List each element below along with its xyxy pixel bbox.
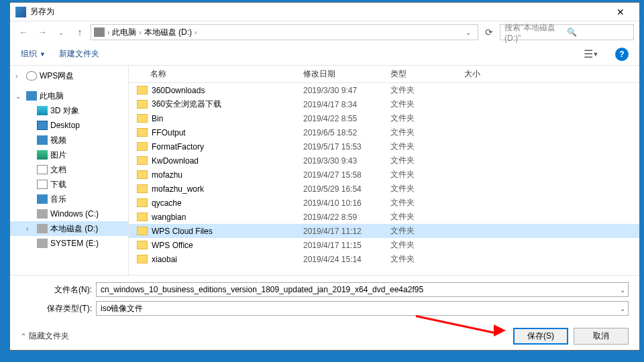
tree-item[interactable]: ⌄此电脑 <box>10 88 128 103</box>
tree-item[interactable]: 下载 <box>10 177 128 192</box>
tree-item[interactable]: 文档 <box>10 162 128 177</box>
help-button[interactable]: ? <box>615 48 629 61</box>
file-row[interactable]: mofazhu2019/4/27 15:58文件夹 <box>129 168 639 182</box>
forward-button[interactable]: → <box>34 24 50 40</box>
file-row[interactable]: qycache2019/4/10 10:16文件夹 <box>129 196 639 210</box>
search-placeholder: 搜索"本地磁盘 (D:)" <box>504 22 567 43</box>
file-type: 文件夹 <box>390 99 464 110</box>
file-name: FFOutput <box>152 128 303 137</box>
tree-item[interactable]: Windows (C:) <box>10 206 128 221</box>
back-button[interactable]: ← <box>15 24 32 40</box>
file-type: 文件夹 <box>390 211 464 223</box>
filetype-label: 保存类型(T): <box>21 303 96 314</box>
folder-icon <box>137 255 148 263</box>
file-name: mofazhu <box>152 170 303 180</box>
tree-item[interactable]: 3D 对象 <box>10 103 128 118</box>
file-type: 文件夹 <box>390 127 464 138</box>
file-date: 2019/6/5 18:52 <box>303 128 390 137</box>
tree-label: 下载 <box>50 179 66 190</box>
file-name: 360Downloads <box>152 86 303 95</box>
file-row[interactable]: WPS Cloud Files2019/4/17 11:12文件夹 <box>129 224 639 238</box>
navbar: ← → ⌄ ↑ › 此电脑 › 本地磁盘 (D:) › ⌄ ⟳ 搜索"本地磁盘 … <box>10 21 639 43</box>
folder-tree: ›WPS网盘⌄此电脑3D 对象Desktop视频图片文档下载音乐Windows … <box>10 66 129 275</box>
file-list: 360Downloads2019/3/30 9:47文件夹360安全浏览器下载2… <box>129 83 639 275</box>
file-name: mofazhu_work <box>152 184 303 194</box>
file-type: 文件夹 <box>390 141 464 152</box>
address-dropdown[interactable]: ⌄ <box>462 29 475 36</box>
tree-item[interactable]: ›WPS网盘 <box>10 68 128 83</box>
breadcrumb-drive[interactable]: 本地磁盘 (D:) <box>144 27 192 38</box>
address-bar[interactable]: › 此电脑 › 本地磁盘 (D:) › ⌄ <box>91 24 478 40</box>
file-type: 文件夹 <box>390 84 464 96</box>
tree-label: 文档 <box>50 164 66 176</box>
video-icon <box>37 135 48 145</box>
file-type: 文件夹 <box>390 155 464 166</box>
file-row[interactable]: 360安全浏览器下载2019/4/17 8:34文件夹 <box>129 97 639 111</box>
file-row[interactable]: Bin2019/4/22 8:55文件夹 <box>129 111 639 125</box>
col-date[interactable]: 修改日期 <box>303 68 390 80</box>
refresh-button[interactable]: ⟳ <box>481 24 497 40</box>
chevron-right-icon: › <box>107 29 109 36</box>
file-type: 文件夹 <box>390 169 464 180</box>
tree-label: Windows (C:) <box>50 209 99 219</box>
tree-item[interactable]: 视频 <box>10 133 128 147</box>
col-size[interactable]: 大小 <box>464 68 504 80</box>
file-type: 文件夹 <box>390 239 464 251</box>
col-name[interactable]: 名称 <box>129 68 303 80</box>
filename-label: 文件名(N): <box>21 284 96 296</box>
tree-item[interactable]: Desktop <box>10 118 128 133</box>
close-button[interactable]: ✕ <box>607 3 634 21</box>
file-date: 2019/4/22 8:55 <box>303 114 390 123</box>
chevron-down-icon[interactable]: ⌄ <box>620 286 625 294</box>
pc-icon <box>26 91 37 101</box>
organize-button[interactable]: 组织 ▼ <box>21 48 46 60</box>
file-type: 文件夹 <box>390 197 464 208</box>
folder-icon <box>137 227 148 235</box>
file-name: WPS Office <box>152 241 303 250</box>
chevron-down-icon[interactable]: ⌄ <box>620 305 625 312</box>
filetype-select[interactable]: iso镜像文件⌄ <box>96 301 629 316</box>
folder-icon <box>137 114 148 123</box>
file-row[interactable]: WPS Office2019/4/17 11:15文件夹 <box>129 238 639 252</box>
up-button[interactable]: ↑ <box>72 24 88 40</box>
file-row[interactable]: KwDownload2019/3/30 9:43文件夹 <box>129 154 639 168</box>
file-name: xiaobai <box>152 255 303 264</box>
hide-folders-button[interactable]: ⌃ 隐藏文件夹 <box>21 330 508 342</box>
file-date: 2019/3/30 9:43 <box>303 156 390 166</box>
history-dropdown[interactable]: ⌄ <box>53 24 69 40</box>
file-date: 2019/4/27 15:58 <box>303 170 390 180</box>
drive-icon <box>37 209 48 219</box>
save-button[interactable]: 保存(S) <box>513 328 568 345</box>
desktop-icon <box>37 121 48 130</box>
save-as-dialog: 另存为 ✕ ← → ⌄ ↑ › 此电脑 › 本地磁盘 (D:) › ⌄ ⟳ 搜索… <box>9 2 640 351</box>
file-row[interactable]: FFOutput2019/6/5 18:52文件夹 <box>129 125 639 139</box>
tree-label: SYSTEM (E:) <box>50 239 99 248</box>
tree-item[interactable]: 音乐 <box>10 192 128 206</box>
tree-item[interactable]: ›本地磁盘 (D:) <box>10 221 128 236</box>
tree-item[interactable]: SYSTEM (E:) <box>10 236 128 251</box>
filename-input[interactable]: cn_windows_10_business_editions_version_… <box>96 282 629 297</box>
file-name: 360安全浏览器下载 <box>152 99 303 110</box>
col-type[interactable]: 类型 <box>390 68 464 80</box>
chevron-right-icon: › <box>195 29 197 36</box>
folder-icon <box>137 213 148 221</box>
cancel-button[interactable]: 取消 <box>574 328 629 345</box>
file-row[interactable]: 360Downloads2019/3/30 9:47文件夹 <box>129 83 639 97</box>
file-row[interactable]: FormatFactory2019/5/17 15:53文件夹 <box>129 139 639 154</box>
chevron-right-icon: › <box>139 29 141 36</box>
titlebar: 另存为 ✕ <box>10 3 639 21</box>
view-button[interactable]: ☰ ▼ <box>580 48 602 61</box>
file-name: wangbian <box>152 213 303 222</box>
file-date: 2019/4/10 10:16 <box>303 198 390 208</box>
new-folder-button[interactable]: 新建文件夹 <box>59 48 99 60</box>
file-row[interactable]: mofazhu_work2019/5/29 16:54文件夹 <box>129 182 639 196</box>
file-row[interactable]: wangbian2019/4/22 8:59文件夹 <box>129 210 639 224</box>
tree-label: 视频 <box>50 135 66 146</box>
file-row[interactable]: xiaobai2019/4/24 15:14文件夹 <box>129 252 639 266</box>
breadcrumb-pc[interactable]: 此电脑 <box>112 27 136 38</box>
bottom-panel: 文件名(N): cn_windows_10_business_editions_… <box>10 275 639 350</box>
tree-item[interactable]: 图片 <box>10 147 128 162</box>
search-input[interactable]: 搜索"本地磁盘 (D:)" 🔍 <box>500 24 634 40</box>
file-type: 文件夹 <box>390 225 464 237</box>
tree-label: 图片 <box>50 149 66 161</box>
